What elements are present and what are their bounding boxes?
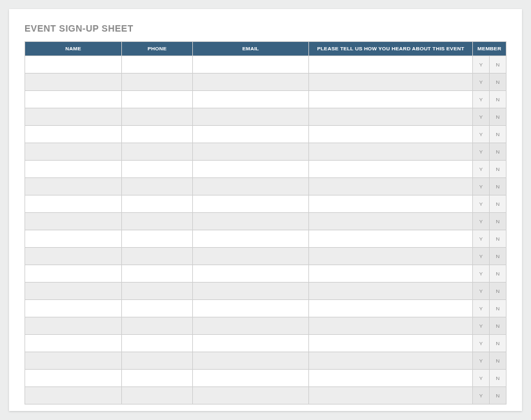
cell-phone[interactable] bbox=[122, 178, 193, 195]
cell-name[interactable] bbox=[25, 143, 122, 161]
cell-phone[interactable] bbox=[122, 335, 193, 352]
cell-phone[interactable] bbox=[122, 387, 193, 405]
cell-email[interactable] bbox=[193, 178, 309, 195]
cell-phone[interactable] bbox=[122, 300, 193, 317]
cell-heard[interactable] bbox=[309, 91, 473, 108]
cell-member-n[interactable]: N bbox=[489, 387, 506, 405]
cell-email[interactable] bbox=[193, 335, 309, 352]
cell-member-y[interactable]: Y bbox=[472, 161, 489, 178]
cell-phone[interactable] bbox=[122, 108, 193, 126]
cell-email[interactable] bbox=[193, 161, 309, 178]
cell-email[interactable] bbox=[193, 283, 309, 300]
cell-email[interactable] bbox=[193, 108, 309, 126]
cell-heard[interactable] bbox=[309, 195, 473, 213]
cell-member-n[interactable]: N bbox=[489, 108, 506, 126]
cell-phone[interactable] bbox=[122, 283, 193, 300]
cell-member-n[interactable]: N bbox=[489, 248, 506, 265]
cell-member-n[interactable]: N bbox=[489, 74, 506, 91]
cell-member-y[interactable]: Y bbox=[472, 248, 489, 265]
cell-name[interactable] bbox=[25, 74, 122, 91]
cell-member-n[interactable]: N bbox=[489, 265, 506, 283]
cell-phone[interactable] bbox=[122, 213, 193, 230]
cell-phone[interactable] bbox=[122, 143, 193, 161]
cell-heard[interactable] bbox=[309, 387, 473, 405]
cell-member-n[interactable]: N bbox=[489, 195, 506, 213]
cell-name[interactable] bbox=[25, 126, 122, 143]
cell-member-n[interactable]: N bbox=[489, 56, 506, 74]
cell-heard[interactable] bbox=[309, 56, 473, 74]
cell-heard[interactable] bbox=[309, 300, 473, 317]
cell-email[interactable] bbox=[193, 265, 309, 283]
cell-email[interactable] bbox=[193, 143, 309, 161]
cell-member-y[interactable]: Y bbox=[472, 352, 489, 370]
cell-member-n[interactable]: N bbox=[489, 143, 506, 161]
cell-heard[interactable] bbox=[309, 335, 473, 352]
cell-email[interactable] bbox=[193, 230, 309, 248]
cell-heard[interactable] bbox=[309, 161, 473, 178]
cell-phone[interactable] bbox=[122, 352, 193, 370]
cell-email[interactable] bbox=[193, 91, 309, 108]
cell-heard[interactable] bbox=[309, 213, 473, 230]
cell-name[interactable] bbox=[25, 317, 122, 335]
cell-email[interactable] bbox=[193, 56, 309, 74]
cell-email[interactable] bbox=[193, 248, 309, 265]
cell-member-n[interactable]: N bbox=[489, 91, 506, 108]
cell-member-y[interactable]: Y bbox=[472, 265, 489, 283]
cell-email[interactable] bbox=[193, 352, 309, 370]
cell-name[interactable] bbox=[25, 178, 122, 195]
cell-name[interactable] bbox=[25, 230, 122, 248]
cell-phone[interactable] bbox=[122, 74, 193, 91]
cell-member-n[interactable]: N bbox=[489, 230, 506, 248]
cell-heard[interactable] bbox=[309, 178, 473, 195]
cell-member-n[interactable]: N bbox=[489, 335, 506, 352]
cell-phone[interactable] bbox=[122, 265, 193, 283]
cell-member-y[interactable]: Y bbox=[472, 370, 489, 387]
cell-member-y[interactable]: Y bbox=[472, 283, 489, 300]
cell-phone[interactable] bbox=[122, 161, 193, 178]
cell-name[interactable] bbox=[25, 265, 122, 283]
cell-heard[interactable] bbox=[309, 143, 473, 161]
cell-member-y[interactable]: Y bbox=[472, 143, 489, 161]
cell-name[interactable] bbox=[25, 300, 122, 317]
cell-name[interactable] bbox=[25, 213, 122, 230]
cell-member-n[interactable]: N bbox=[489, 161, 506, 178]
cell-email[interactable] bbox=[193, 317, 309, 335]
cell-member-y[interactable]: Y bbox=[472, 213, 489, 230]
cell-email[interactable] bbox=[193, 213, 309, 230]
cell-name[interactable] bbox=[25, 387, 122, 405]
cell-member-n[interactable]: N bbox=[489, 352, 506, 370]
cell-heard[interactable] bbox=[309, 108, 473, 126]
cell-member-y[interactable]: Y bbox=[472, 335, 489, 352]
cell-heard[interactable] bbox=[309, 265, 473, 283]
cell-name[interactable] bbox=[25, 370, 122, 387]
cell-heard[interactable] bbox=[309, 370, 473, 387]
cell-phone[interactable] bbox=[122, 56, 193, 74]
cell-email[interactable] bbox=[193, 300, 309, 317]
cell-phone[interactable] bbox=[122, 230, 193, 248]
cell-heard[interactable] bbox=[309, 74, 473, 91]
cell-member-n[interactable]: N bbox=[489, 300, 506, 317]
cell-email[interactable] bbox=[193, 195, 309, 213]
cell-phone[interactable] bbox=[122, 248, 193, 265]
cell-heard[interactable] bbox=[309, 352, 473, 370]
cell-name[interactable] bbox=[25, 161, 122, 178]
cell-heard[interactable] bbox=[309, 317, 473, 335]
cell-phone[interactable] bbox=[122, 370, 193, 387]
cell-member-n[interactable]: N bbox=[489, 283, 506, 300]
cell-member-y[interactable]: Y bbox=[472, 317, 489, 335]
cell-heard[interactable] bbox=[309, 283, 473, 300]
cell-name[interactable] bbox=[25, 108, 122, 126]
cell-member-y[interactable]: Y bbox=[472, 108, 489, 126]
cell-member-y[interactable]: Y bbox=[472, 74, 489, 91]
cell-heard[interactable] bbox=[309, 126, 473, 143]
cell-member-n[interactable]: N bbox=[489, 126, 506, 143]
cell-name[interactable] bbox=[25, 195, 122, 213]
cell-name[interactable] bbox=[25, 91, 122, 108]
cell-email[interactable] bbox=[193, 387, 309, 405]
cell-member-y[interactable]: Y bbox=[472, 91, 489, 108]
cell-member-y[interactable]: Y bbox=[472, 195, 489, 213]
cell-member-y[interactable]: Y bbox=[472, 56, 489, 74]
cell-phone[interactable] bbox=[122, 195, 193, 213]
cell-member-y[interactable]: Y bbox=[472, 230, 489, 248]
cell-member-y[interactable]: Y bbox=[472, 300, 489, 317]
